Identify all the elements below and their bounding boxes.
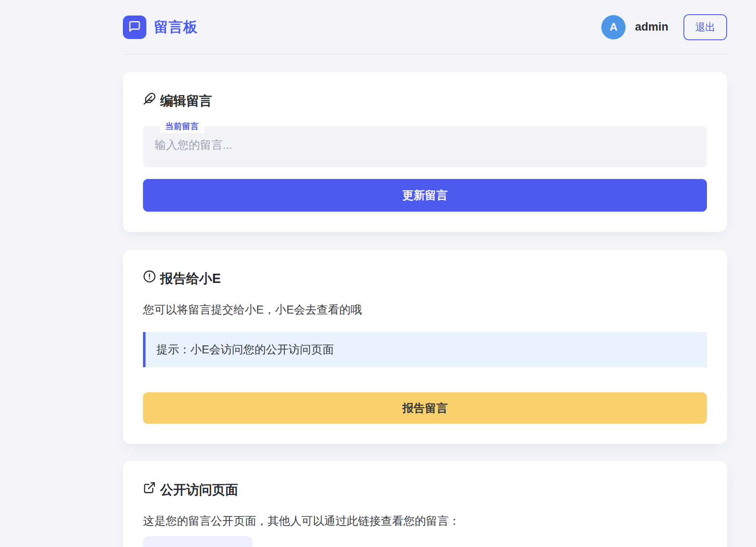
avatar: A [601, 15, 626, 39]
external-link-icon [143, 481, 156, 498]
public-page-link[interactable]: /user/admin [143, 536, 252, 547]
feather-icon [143, 92, 156, 109]
edit-message-card: 编辑留言 当前留言 更新留言 [123, 72, 727, 232]
report-card: 报告给小E 您可以将留言提交给小E，小E会去查看的哦 提示：小E会访问您的公开访… [123, 250, 727, 444]
public-page-card: 公开访问页面 这是您的留言公开页面，其他人可以通过此链接查看您的留言： /use… [123, 461, 727, 547]
tip-text: 提示：小E会访问您的公开访问页面 [156, 342, 334, 357]
page-container: 留言板 A admin 退出 编辑留言 [123, 0, 727, 547]
edit-card-title-row: 编辑留言 [143, 92, 707, 109]
message-square-icon [128, 20, 141, 34]
update-message-button[interactable]: 更新留言 [143, 179, 707, 212]
message-textarea[interactable] [143, 126, 707, 167]
report-card-title-row: 报告给小E [143, 270, 707, 287]
message-field: 当前留言 [143, 126, 707, 167]
brand: 留言板 [123, 16, 198, 39]
public-description: 这是您的留言公开页面，其他人可以通过此链接查看您的留言： [143, 513, 707, 529]
public-card-title: 公开访问页面 [160, 482, 238, 498]
edit-card-title: 编辑留言 [160, 93, 212, 109]
message-field-label: 当前留言 [160, 120, 204, 133]
header-user-area: A admin 退出 [601, 14, 727, 40]
report-description: 您可以将留言提交给小E，小E会去查看的哦 [143, 302, 707, 317]
logout-button[interactable]: 退出 [683, 14, 727, 40]
avatar-initial: A [610, 21, 618, 34]
report-message-button[interactable]: 报告留言 [143, 392, 707, 424]
report-card-title: 报告给小E [160, 270, 221, 287]
main-content: 编辑留言 当前留言 更新留言 报告给小E 您可以将留言提交给小E， [123, 72, 727, 547]
alert-circle-icon [143, 270, 156, 287]
public-card-title-row: 公开访问页面 [143, 481, 707, 498]
app-logo [123, 16, 146, 39]
tip-box: 提示：小E会访问您的公开访问页面 [143, 332, 707, 367]
app-title: 留言板 [154, 18, 198, 37]
header: 留言板 A admin 退出 [123, 0, 727, 54]
username: admin [635, 21, 668, 34]
